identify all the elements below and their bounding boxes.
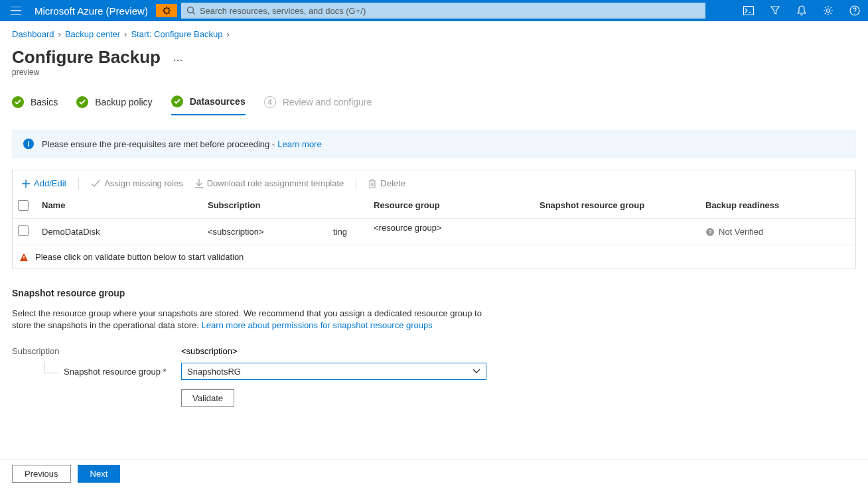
snapshot-rg-field: Snapshot resource group * SnapshotsRG — [12, 363, 856, 380]
content: Dashboard › Backup center › Start: Confi… — [0, 21, 868, 407]
question-icon: ? — [705, 227, 715, 237]
download-template-button[interactable]: Download role assignment template — [191, 176, 348, 191]
grid-toolbar: Add/Edit Assign missing roles Download r… — [13, 170, 855, 196]
row-checkbox[interactable] — [18, 225, 29, 236]
cell-readiness: ? Not Verified — [705, 227, 850, 237]
validation-warning: Please click on validate button below to… — [13, 245, 855, 269]
chevron-right-icon: › — [226, 29, 229, 39]
wizard-step-basics[interactable]: Basics — [12, 96, 58, 115]
hamburger-menu[interactable] — [0, 0, 32, 21]
topbar: Microsoft Azure (Preview) — [0, 0, 868, 21]
check-icon — [171, 95, 183, 107]
snapshot-rg-label: Snapshot resource group * — [12, 365, 181, 377]
svg-rect-2 — [744, 7, 754, 15]
column-header-subscription[interactable]: Subscription — [208, 200, 374, 213]
subscription-value: <subscription> — [181, 346, 238, 356]
wizard-step-label: Basics — [31, 97, 58, 107]
tree-line-icon — [44, 361, 58, 373]
search-bar[interactable] — [181, 3, 705, 19]
snapshot-rg-selected: SnapshotsRG — [187, 367, 241, 377]
preview-bug-icon[interactable] — [156, 4, 177, 17]
search-input[interactable] — [200, 6, 700, 16]
check-icon — [76, 96, 88, 108]
subscription-field: Subscription <subscription> — [12, 346, 856, 356]
cell-subscription-value: <subscription> — [208, 227, 264, 237]
wizard-step-backup-policy[interactable]: Backup policy — [76, 96, 152, 115]
wizard-step-datasources[interactable]: Datasources — [171, 95, 246, 115]
svg-point-3 — [827, 9, 830, 13]
delete-button[interactable]: Delete — [364, 176, 409, 191]
snapshot-section-title: Snapshot resource group — [12, 288, 856, 298]
snapshot-rg-label-text: Snapshot resource group * — [54, 367, 167, 377]
cloud-shell-icon[interactable] — [735, 0, 762, 21]
directory-filter-icon[interactable] — [762, 0, 788, 21]
chevron-right-icon: › — [58, 29, 61, 39]
separator — [78, 178, 79, 190]
check-icon — [12, 96, 24, 108]
notifications-icon[interactable] — [788, 0, 815, 21]
chevron-right-icon: › — [124, 29, 127, 39]
cell-resource-group: <resource group> — [374, 223, 540, 233]
column-header-snapshot-rg[interactable]: Snapshot resource group — [540, 200, 705, 213]
svg-point-1 — [187, 7, 193, 13]
breadcrumb-item[interactable]: Backup center — [65, 29, 120, 39]
wizard-step-review: 4 Review and configure — [264, 96, 372, 115]
wizard-steps: Basics Backup policy Datasources 4 Revie… — [12, 95, 856, 115]
step-number-icon: 4 — [264, 96, 276, 108]
cell-name: DemoDataDisk — [42, 227, 208, 237]
footer: Previous Next — [0, 459, 868, 488]
validation-warning-text: Please click on validate button below to… — [35, 252, 244, 262]
separator — [356, 178, 356, 190]
page-subtitle: preview — [12, 68, 856, 77]
cell-readiness-text: Not Verified — [719, 227, 763, 237]
subscription-label: Subscription — [12, 346, 181, 356]
cell-subscription: <subscription> ting — [208, 227, 374, 237]
cell-subscription-tail: ting — [333, 227, 347, 237]
wizard-step-label: Datasources — [190, 96, 246, 107]
breadcrumb-item[interactable]: Dashboard — [12, 29, 54, 39]
breadcrumb: Dashboard › Backup center › Start: Confi… — [12, 29, 856, 39]
info-bar: i Please ensure the pre-requisites are m… — [12, 130, 856, 158]
download-template-label: Download role assignment template — [207, 178, 344, 188]
add-edit-label: Add/Edit — [34, 178, 66, 188]
wizard-step-label: Review and configure — [283, 97, 372, 107]
snapshot-section-desc: Select the resource group where your sna… — [12, 308, 490, 332]
warning-icon — [19, 253, 29, 262]
assign-roles-button[interactable]: Assign missing roles — [87, 176, 187, 191]
add-edit-button[interactable]: Add/Edit — [18, 176, 70, 191]
info-text: Please ensure the pre-requisites are met… — [42, 139, 275, 149]
more-actions-icon[interactable]: ··· — [163, 53, 182, 66]
assign-roles-label: Assign missing roles — [104, 178, 183, 188]
info-learn-more-link[interactable]: Learn more — [277, 139, 321, 149]
settings-icon[interactable] — [815, 0, 841, 21]
breadcrumb-item[interactable]: Start: Configure Backup — [131, 29, 222, 39]
column-header-name[interactable]: Name — [42, 200, 208, 213]
next-button[interactable]: Next — [78, 465, 121, 483]
page-title: Configure Backup — [12, 47, 161, 68]
topbar-right — [735, 0, 868, 21]
help-icon[interactable] — [841, 0, 868, 21]
select-all-checkbox[interactable] — [18, 200, 29, 211]
grid-header-row: Name Subscription Resource group Snapsho… — [13, 196, 855, 219]
snapshot-learn-more-link[interactable]: Learn more about permissions for snapsho… — [201, 320, 432, 330]
validate-button[interactable]: Validate — [181, 389, 234, 407]
delete-label: Delete — [380, 178, 405, 188]
previous-button[interactable]: Previous — [12, 465, 71, 483]
wizard-step-label: Backup policy — [95, 97, 152, 107]
snapshot-rg-dropdown[interactable]: SnapshotsRG — [181, 363, 486, 380]
table-row[interactable]: DemoDataDisk <subscription> ting <resour… — [13, 219, 855, 245]
brand-label: Microsoft Azure (Preview) — [32, 5, 156, 17]
svg-text:?: ? — [708, 229, 711, 235]
info-icon: i — [23, 139, 34, 149]
chevron-down-icon — [472, 369, 480, 374]
column-header-resource-group[interactable]: Resource group — [374, 200, 540, 213]
datasource-grid: Add/Edit Assign missing roles Download r… — [12, 170, 856, 269]
column-header-readiness[interactable]: Backup readiness — [705, 200, 850, 213]
